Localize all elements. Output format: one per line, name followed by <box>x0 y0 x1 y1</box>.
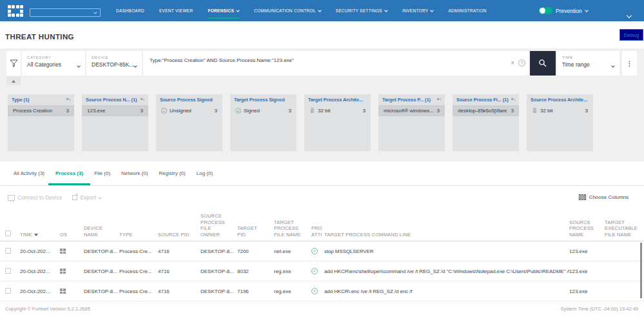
column-header[interactable]: SOURCE PID <box>158 232 200 238</box>
facet-item[interactable]: 32bit32 bit3 <box>527 105 593 116</box>
column-header[interactable]: SOURCE PROCESS FILE OWNER <box>200 213 237 238</box>
column-header[interactable]: PRO ATTI <box>311 225 324 238</box>
row-checkbox[interactable] <box>5 288 11 294</box>
column-header[interactable]: TARGET PROCESS FILE NAME <box>274 219 311 238</box>
category-dropdown[interactable]: CATEGORY All Categories <box>22 51 85 76</box>
column-header[interactable]: TARGET PROCESS COMMAND LINE <box>324 232 569 238</box>
sort-desc-icon <box>34 234 38 236</box>
connect-to-device-button[interactable]: Connect to Device <box>8 194 62 201</box>
nav-forensics[interactable]: FORENSICS <box>208 0 239 21</box>
filter-desc-icon[interactable]: ≡↓ <box>511 97 516 101</box>
time-value: Time range <box>562 61 620 68</box>
table-row[interactable]: 20-Oct-202...DESKTOP-8...Process Cre...4… <box>0 281 644 301</box>
prevention-toggle[interactable] <box>539 7 552 14</box>
nav-event-viewer[interactable]: EVENT VIEWER <box>159 0 193 21</box>
facet-card: Target Process P... (1)≡↑microsoft® wind… <box>378 94 445 151</box>
query-help-icon[interactable]: ? <box>518 59 525 66</box>
clear-query-icon[interactable]: × <box>511 59 514 66</box>
column-header[interactable]: OS <box>60 232 84 238</box>
facet-item[interactable]: desktop-85k6o5j\flare3 <box>453 105 519 116</box>
chevron-down-icon <box>236 8 240 12</box>
device-label: DEVICE <box>92 56 142 59</box>
tab-all[interactable]: All Activity (3) <box>8 161 50 185</box>
tab-registry[interactable]: Registry (0) <box>153 161 190 185</box>
category-label: CATEGORY <box>27 56 85 59</box>
footer: Copyright © Fortinet Version 5.2.1.2685 … <box>0 302 644 315</box>
choose-columns-button[interactable]: Choose Columns <box>579 194 629 200</box>
collapse-filters-button[interactable] <box>6 77 21 85</box>
query-input[interactable]: Type:"Process Creation" AND Source.Proce… <box>143 51 529 76</box>
column-header[interactable]: TIME <box>20 232 60 238</box>
nav-administration[interactable]: ADMINISTRATION <box>448 0 486 21</box>
nav-inventory[interactable]: INVENTORY <box>402 0 433 21</box>
chevron-down-icon <box>98 196 102 199</box>
more-options-button[interactable]: ⋮ <box>622 51 637 76</box>
signed-icon: ✓ <box>235 108 241 114</box>
32bit-icon: 32bit <box>532 108 538 114</box>
filter-desc-icon[interactable]: ≡↓ <box>141 97 145 101</box>
columns-icon <box>579 194 586 200</box>
facet-title: Source Process Fi... (1) <box>456 97 510 103</box>
fortinet-logo-icon <box>8 5 23 17</box>
chevron-down-icon <box>431 8 434 12</box>
facet-item[interactable]: –Unsigned3 <box>156 105 222 116</box>
funnel-icon <box>10 59 18 67</box>
facet-card: Type (1)≡↓Process Creation3 <box>8 94 74 151</box>
table-header: TIMEOSDEVICE NAMETYPESOURCE PIDSOURCE PR… <box>0 213 644 241</box>
facet-item[interactable]: Process Creation3 <box>8 105 74 116</box>
query-text: Type:"Process Creation" AND Source.Proce… <box>143 51 529 63</box>
device-dropdown[interactable]: DEVICE DESKTOP-85K... <box>86 51 142 76</box>
tab-network[interactable]: Network (0) <box>116 161 153 185</box>
mode-label[interactable]: Prevention <box>556 8 582 14</box>
copyright-text: Copyright © Fortinet Version 5.2.1.2685 <box>5 306 90 312</box>
tab-process[interactable]: Process (3) <box>50 161 88 185</box>
facet-cards: Type (1)≡↓Process Creation3Source Proces… <box>8 94 593 151</box>
column-header[interactable]: TARGET EXECUTABLE FILE NAME <box>605 219 644 238</box>
tabs-row: All Activity (3)Process (3)File (0)Netwo… <box>0 161 644 186</box>
category-value: All Categories <box>27 61 85 68</box>
filter-desc-icon[interactable]: ≡↓ <box>66 97 71 101</box>
search-button[interactable] <box>530 51 556 76</box>
filter-funnel-button[interactable] <box>6 51 21 76</box>
row-checkbox[interactable] <box>5 248 11 254</box>
facet-item[interactable]: 123.exe3 <box>82 105 148 116</box>
facet-card: Source Process Archite...32bit32 bit3 <box>527 94 593 151</box>
time-range-dropdown[interactable]: TIME Time range <box>557 51 620 76</box>
user-menu-chevron[interactable] <box>627 8 631 20</box>
tab-log[interactable]: Log (0) <box>191 161 218 185</box>
table-row[interactable]: 20-Oct-202...DESKTOP-8...Process Cre...4… <box>0 241 644 261</box>
windows-os-icon <box>60 269 66 274</box>
column-header[interactable] <box>5 230 20 238</box>
nav-communication-control[interactable]: COMMUNICATION CONTROL <box>254 0 321 21</box>
facet-title: Source Process N... (1) <box>86 97 139 103</box>
row-checkbox[interactable] <box>5 268 11 274</box>
column-header[interactable]: TYPE <box>119 232 158 238</box>
facet-item[interactable]: 32bit32 bit3 <box>304 105 371 116</box>
facet-item[interactable]: microsoft® windows...3 <box>378 105 445 116</box>
vertical-scrollbar[interactable] <box>640 243 642 298</box>
debug-button[interactable]: Debug <box>620 29 643 41</box>
facet-card: Source Process N... (1)≡↓123.exe3 <box>82 94 148 151</box>
select-all-checkbox[interactable] <box>5 230 11 236</box>
tab-file[interactable]: File (0) <box>89 161 115 185</box>
export-button[interactable]: Export <box>72 194 101 201</box>
facet-title: Target Process Signed <box>234 97 293 103</box>
filter-bar: CATEGORY All Categories DEVICE DESKTOP-8… <box>6 51 637 76</box>
column-header[interactable]: TARGET PID <box>237 225 274 238</box>
sort-asc-icon[interactable]: ≡↑ <box>437 97 442 101</box>
mode-switcher: Prevention <box>539 0 588 21</box>
facet-title: Source Process Signed <box>160 97 219 103</box>
column-header[interactable]: SOURCE PROCESS NAME <box>569 219 605 238</box>
facet-item[interactable]: ✓Signed3 <box>230 105 297 116</box>
nav-security-settings[interactable]: SECURITY SETTINGS <box>336 0 387 21</box>
organization-select[interactable] <box>30 8 101 17</box>
signed-attribute-icon: ✓ <box>311 288 318 294</box>
32bit-icon: 32bit <box>309 108 315 114</box>
chevron-down-icon <box>585 8 589 12</box>
table-row[interactable]: 20-Oct-202...DESKTOP-8...Process Cre...4… <box>0 261 644 281</box>
system-time-text: System Time (UTC -04:00) 19:42:45 <box>561 306 638 312</box>
facet-title: Target Process Archite... <box>308 97 367 103</box>
nav-dashboard[interactable]: DASHBOARD <box>116 0 144 21</box>
filter-section: CATEGORY All Categories DEVICE DESKTOP-8… <box>0 48 644 161</box>
column-header[interactable]: DEVICE NAME <box>84 225 119 238</box>
